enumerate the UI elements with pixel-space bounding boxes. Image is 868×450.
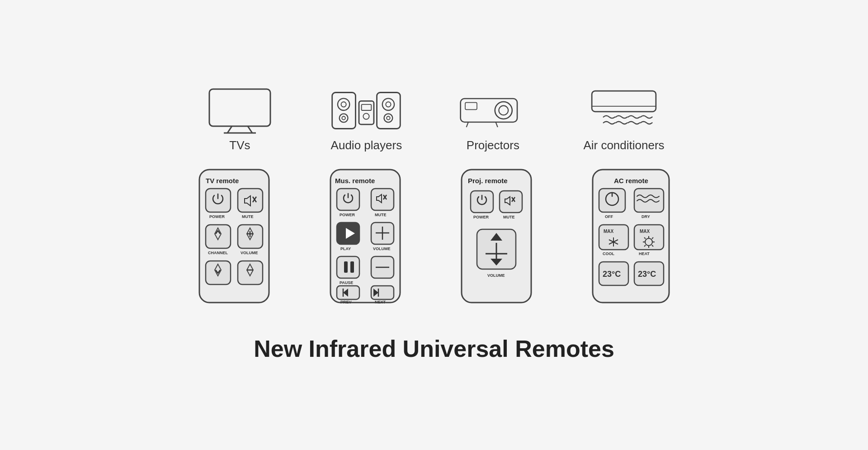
main-container: TVs xyxy=(196,88,673,362)
svg-rect-27 xyxy=(206,189,231,212)
svg-text:PREV: PREV xyxy=(340,300,352,304)
projector-label: Projectors xyxy=(467,138,519,152)
svg-rect-23 xyxy=(592,91,656,112)
svg-point-14 xyxy=(386,102,391,107)
audio-icon xyxy=(330,88,402,133)
svg-text:PLAY: PLAY xyxy=(340,246,351,251)
svg-point-8 xyxy=(342,116,346,120)
svg-rect-63 xyxy=(350,261,354,273)
svg-rect-77 xyxy=(471,191,493,213)
svg-text:Mus. remote: Mus. remote xyxy=(335,177,375,185)
svg-line-1 xyxy=(227,126,232,133)
svg-text:MUTE: MUTE xyxy=(503,215,515,219)
svg-rect-50 xyxy=(371,189,394,210)
svg-point-5 xyxy=(338,98,349,110)
svg-point-16 xyxy=(387,116,391,120)
svg-point-19 xyxy=(499,106,509,115)
svg-rect-0 xyxy=(209,89,270,126)
svg-point-18 xyxy=(495,102,512,119)
svg-rect-79 xyxy=(500,191,522,213)
main-heading: New Infrared Universal Remotes xyxy=(254,335,614,362)
svg-point-15 xyxy=(384,114,393,122)
svg-point-6 xyxy=(341,102,346,107)
svg-text:AC remote: AC remote xyxy=(614,177,648,185)
remotes-row: TV remote POWER MUTE CHANNEL xyxy=(196,166,673,308)
audio-label: Audio players xyxy=(331,138,402,152)
svg-text:CHANNEL: CHANNEL xyxy=(208,251,228,255)
svg-text:PAUSE: PAUSE xyxy=(340,280,353,285)
svg-text:NEXT: NEXT xyxy=(375,300,386,304)
svg-point-7 xyxy=(340,114,348,122)
svg-rect-61 xyxy=(337,256,359,278)
svg-text:Proj. remote: Proj. remote xyxy=(468,177,508,185)
svg-text:MUTE: MUTE xyxy=(242,214,254,219)
svg-text:POWER: POWER xyxy=(340,213,355,217)
tv-remote: TV remote POWER MUTE CHANNEL xyxy=(196,166,273,308)
svg-text:POWER: POWER xyxy=(473,215,489,219)
svg-rect-17 xyxy=(461,99,517,122)
svg-text:VOLUME: VOLUME xyxy=(487,273,505,278)
svg-line-21 xyxy=(467,122,468,127)
svg-rect-48 xyxy=(337,189,359,210)
svg-rect-20 xyxy=(465,103,477,110)
svg-point-11 xyxy=(363,113,369,119)
svg-text:TV remote: TV remote xyxy=(206,177,239,185)
svg-rect-10 xyxy=(362,104,372,110)
svg-text:POWER: POWER xyxy=(209,214,225,219)
svg-text:HEAT: HEAT xyxy=(639,251,650,256)
svg-text:VOLUME: VOLUME xyxy=(241,251,258,255)
svg-text:DRY: DRY xyxy=(642,214,650,219)
ac-remote: AC remote OFF DRY MAX CO xyxy=(589,166,673,308)
svg-rect-62 xyxy=(344,261,348,273)
device-col-tv: TVs xyxy=(203,88,276,152)
device-col-audio: Audio players xyxy=(330,88,402,152)
tv-icon xyxy=(203,88,276,133)
tv-label: TVs xyxy=(229,138,250,152)
svg-text:MAX: MAX xyxy=(604,229,614,234)
svg-point-13 xyxy=(382,98,394,110)
svg-text:VOLUME: VOLUME xyxy=(373,246,391,251)
music-remote: Mus. remote POWER MUTE PLAY xyxy=(327,166,404,308)
svg-text:23°C: 23°C xyxy=(638,270,656,279)
ac-icon xyxy=(588,88,660,133)
devices-row: TVs xyxy=(203,88,664,152)
ac-label: Air conditioners xyxy=(583,138,664,152)
projector-remote: Proj. remote POWER MUTE xyxy=(458,166,535,308)
svg-line-22 xyxy=(496,122,498,127)
svg-text:23°C: 23°C xyxy=(603,270,621,279)
device-col-ac: Air conditioners xyxy=(583,88,664,152)
svg-text:MAX: MAX xyxy=(640,229,650,234)
device-col-projector: Projectors xyxy=(457,88,529,152)
svg-text:MUTE: MUTE xyxy=(375,213,387,217)
svg-text:OFF: OFF xyxy=(605,214,613,219)
projector-icon xyxy=(457,88,529,133)
svg-line-2 xyxy=(248,126,252,133)
svg-text:COOL: COOL xyxy=(603,251,615,256)
